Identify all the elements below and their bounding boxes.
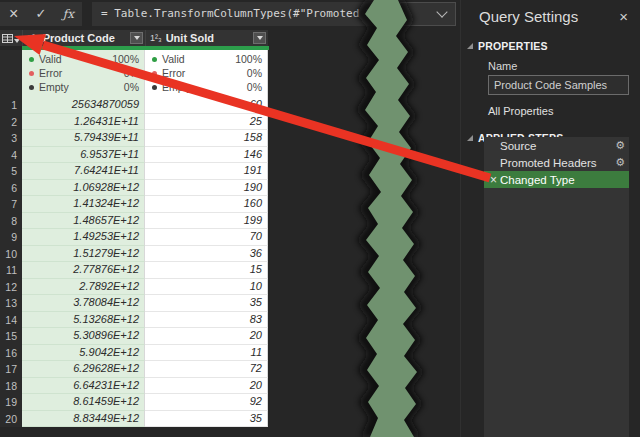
stat-label: Valid [162, 53, 235, 65]
column-header-unit-sold[interactable]: 1²₃ Unit Sold [145, 30, 268, 46]
cell-unit-sold[interactable]: 11 [145, 345, 268, 362]
gear-icon[interactable]: ⚙ [615, 139, 625, 152]
select-all-button[interactable] [0, 30, 22, 46]
cell-unit-sold[interactable]: 70 [145, 229, 268, 246]
chevron-down-icon [14, 39, 20, 43]
stat-label: Empty [39, 81, 124, 93]
cell-product-code[interactable]: 1.51279E+12 [22, 246, 145, 263]
column-label: Unit Sold [166, 32, 253, 44]
cell-product-code[interactable]: 5.9042E+12 [22, 345, 145, 362]
cell-product-code[interactable]: 25634870059 [22, 97, 145, 114]
applied-step-item[interactable]: × Changed Type [484, 171, 629, 188]
cell-product-code[interactable]: 7.64241E+11 [22, 163, 145, 180]
cell-product-code[interactable]: 2.77876E+12 [22, 262, 145, 279]
step-label: Changed Type [500, 174, 625, 186]
cell-product-code[interactable]: 5.30896E+12 [22, 328, 145, 345]
table-row: 4 6.9537E+11 146 [0, 147, 269, 164]
cell-unit-sold[interactable]: 36 [145, 246, 268, 263]
row-number: 17 [0, 361, 22, 378]
cancel-icon[interactable]: × [3, 2, 25, 26]
cell-unit-sold[interactable]: 35 [145, 411, 268, 428]
table-row: 6 1.06928E+12 190 [0, 180, 269, 197]
cell-unit-sold[interactable]: 190 [145, 180, 268, 197]
grid-header-row: 1²₃ Product Code 1²₃ Unit Sold [0, 30, 269, 46]
cell-unit-sold[interactable]: 35 [145, 295, 268, 312]
cell-product-code[interactable]: 6.9537E+11 [22, 147, 145, 164]
cell-unit-sold[interactable]: 146 [145, 147, 268, 164]
formula-input[interactable]: = Table.TransformColumnTypes(#"Promoted … [92, 2, 378, 26]
table-row: 3 5.79439E+11 158 [0, 130, 269, 147]
row-number: 8 [0, 213, 22, 230]
cell-unit-sold[interactable]: 191 [145, 163, 268, 180]
step-label: Promoted Headers [500, 157, 615, 169]
collapse-triangle-icon [467, 43, 473, 49]
power-query-editor: × ✓ ƒx = Table.TransformColumnTypes(#"Pr… [0, 0, 640, 437]
cell-product-code[interactable]: 2.7892E+12 [22, 279, 145, 296]
column-header-product-code[interactable]: 1²₃ Product Code [22, 30, 145, 46]
fx-icon[interactable]: ƒx [57, 2, 79, 26]
chevron-down-icon [257, 36, 263, 40]
cell-product-code[interactable]: 8.61459E+12 [22, 394, 145, 411]
all-properties-link[interactable]: All Properties [488, 105, 640, 117]
cell-unit-sold[interactable]: 158 [145, 130, 268, 147]
cell-product-code[interactable]: 1.26431E+11 [22, 114, 145, 131]
cell-unit-sold[interactable]: 15 [145, 262, 268, 279]
row-number: 11 [0, 262, 22, 279]
row-number: 10 [0, 246, 22, 263]
filter-dropdown-button[interactable] [130, 32, 143, 44]
cell-unit-sold[interactable]: 10 [145, 279, 268, 296]
cell-product-code[interactable]: 1.49253E+12 [22, 229, 145, 246]
empty-dot-icon [29, 85, 34, 90]
gear-icon[interactable]: ⚙ [615, 156, 625, 169]
cell-unit-sold[interactable]: 20 [145, 378, 268, 395]
row-number: 2 [0, 114, 22, 131]
cell-product-code[interactable]: 6.29628E+12 [22, 361, 145, 378]
table-row: 19 8.61459E+12 92 [0, 394, 269, 411]
close-icon[interactable]: × [617, 9, 630, 24]
cell-unit-sold[interactable]: 92 [145, 394, 268, 411]
name-label: Name [488, 60, 640, 72]
check-icon[interactable]: ✓ [30, 2, 52, 26]
valid-dot-icon [152, 57, 157, 62]
cell-unit-sold[interactable]: 60 [145, 97, 268, 114]
stat-value: 0% [124, 81, 139, 93]
error-dot-icon [29, 71, 34, 76]
cell-product-code[interactable]: 8.83449E+12 [22, 411, 145, 428]
row-number: 1 [0, 97, 22, 114]
cell-product-code[interactable]: 6.64231E+12 [22, 378, 145, 395]
cell-unit-sold[interactable]: 199 [145, 213, 268, 230]
delete-step-icon[interactable]: × [487, 173, 500, 187]
query-name-input[interactable] [488, 75, 629, 95]
cell-product-code[interactable]: 1.41324E+12 [22, 196, 145, 213]
properties-section-header[interactable]: PROPERTIES [461, 40, 640, 52]
cell-product-code[interactable]: 5.13268E+12 [22, 312, 145, 329]
cell-product-code[interactable]: 3.78084E+12 [22, 295, 145, 312]
applied-step-item[interactable]: Promoted Headers ⚙ [484, 154, 629, 171]
applied-step-item[interactable]: Source ⚙ [484, 137, 629, 154]
table-row: 5 7.64241E+11 191 [0, 163, 269, 180]
cell-product-code[interactable]: 1.06928E+12 [22, 180, 145, 197]
stat-value: 100% [112, 53, 139, 65]
cell-unit-sold[interactable]: 83 [145, 312, 268, 329]
panel-title: Query Settings [479, 8, 617, 25]
cell-unit-sold[interactable]: 20 [145, 328, 268, 345]
cell-unit-sold[interactable]: 160 [145, 196, 268, 213]
table-row: 9 1.49253E+12 70 [0, 229, 269, 246]
section-label: PROPERTIES [478, 40, 548, 52]
cell-unit-sold[interactable]: 72 [145, 361, 268, 378]
cell-product-code[interactable]: 1.48657E+12 [22, 213, 145, 230]
cell-unit-sold[interactable]: 25 [145, 114, 268, 131]
row-number: 12 [0, 279, 22, 296]
cell-product-code[interactable]: 5.79439E+11 [22, 130, 145, 147]
formula-buttons: × ✓ ƒx [0, 2, 82, 26]
row-number: 6 [0, 180, 22, 197]
row-number: 7 [0, 196, 22, 213]
stat-value: 100% [235, 53, 262, 65]
gutter-spacer [0, 50, 22, 97]
stat-label: Error [162, 67, 247, 79]
data-preview-grid: 1²₃ Product Code 1²₃ Unit Sold Valid100%… [0, 30, 269, 427]
filter-dropdown-button[interactable] [253, 32, 266, 44]
row-number: 5 [0, 163, 22, 180]
row-number: 19 [0, 394, 22, 411]
formula-expand-button[interactable] [400, 2, 456, 26]
